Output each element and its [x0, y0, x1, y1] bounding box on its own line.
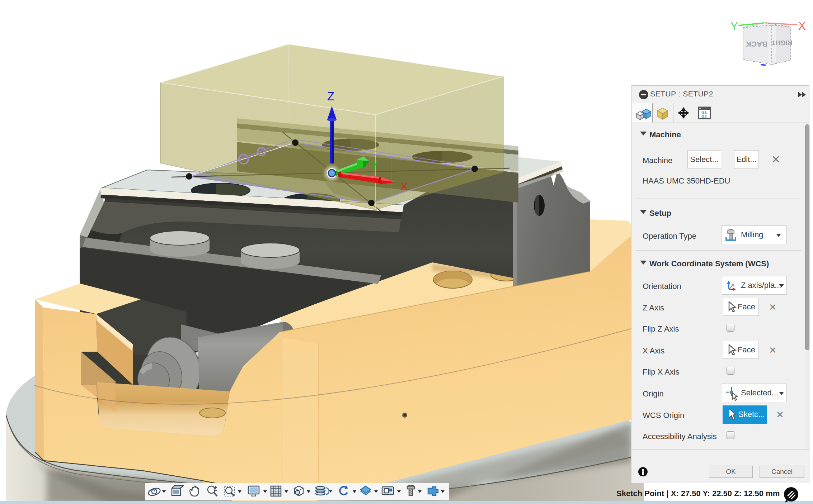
- svg-text:BACK: BACK: [746, 40, 768, 48]
- svg-text:Z: Z: [327, 90, 334, 103]
- svg-text:Y: Y: [730, 20, 738, 33]
- svg-text:G2: G2: [701, 114, 707, 119]
- svg-text:X: X: [400, 180, 408, 193]
- svg-text:Y: Y: [371, 159, 379, 171]
- svg-text:X: X: [798, 20, 806, 32]
- svg-text:G1: G1: [701, 110, 707, 114]
- svg-text:RIGHT: RIGHT: [771, 39, 793, 47]
